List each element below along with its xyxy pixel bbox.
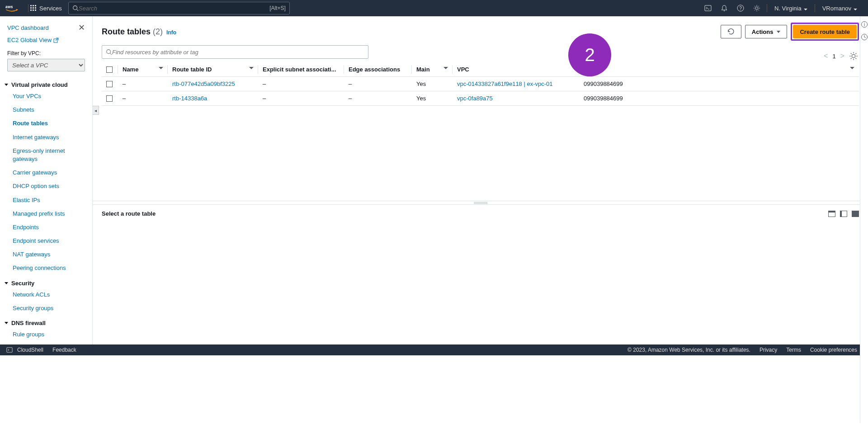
- help-icon[interactable]: ?: [732, 5, 749, 12]
- create-route-table-button[interactable]: Create route table: [793, 25, 857, 38]
- detail-resize-handle[interactable]: [93, 201, 868, 204]
- info-icon[interactable]: i: [861, 21, 868, 28]
- vpc-filter-select[interactable]: Select a VPC: [7, 59, 85, 71]
- select-all-checkbox[interactable]: [106, 66, 113, 73]
- global-search[interactable]: [Alt+S]: [68, 2, 290, 14]
- account-menu[interactable]: VRomanov: [817, 5, 863, 12]
- vpc-dashboard-link[interactable]: VPC dashboard: [7, 24, 49, 31]
- svg-rect-12: [705, 5, 711, 11]
- services-menu[interactable]: Services: [30, 5, 62, 12]
- pager-next[interactable]: >: [840, 52, 844, 60]
- sidebar-item-dhcp[interactable]: DHCP option sets: [0, 179, 92, 193]
- settings-icon[interactable]: [749, 5, 765, 12]
- refresh-icon: [727, 28, 735, 35]
- svg-text:i: i: [863, 22, 864, 27]
- cell-owner: 099039884699: [579, 77, 859, 91]
- ec2-global-view-link[interactable]: EC2 Global View: [7, 37, 52, 43]
- sidebar-item-carrier-gateways[interactable]: Carrier gateways: [0, 166, 92, 179]
- table-search-input[interactable]: [112, 49, 364, 56]
- sidebar-item-your-vpcs[interactable]: Your VPCs: [0, 90, 92, 103]
- col-main[interactable]: Main: [412, 62, 453, 77]
- sidebar-item-domain-lists[interactable]: Domain lists: [0, 341, 92, 344]
- sort-icon: [249, 67, 254, 69]
- sidebar-item-internet-gateways[interactable]: Internet gateways: [0, 131, 92, 144]
- section-dns-firewall[interactable]: DNS firewall: [0, 315, 92, 328]
- svg-point-14: [724, 10, 725, 11]
- sort-icon: [850, 67, 854, 69]
- annotation-badge-2: 2: [568, 33, 611, 76]
- section-security[interactable]: Security: [0, 275, 92, 288]
- svg-rect-1: [30, 5, 32, 6]
- row-checkbox[interactable]: [106, 81, 113, 87]
- refresh-button[interactable]: [721, 25, 741, 38]
- pager-current: 1: [832, 53, 835, 60]
- svg-point-17: [755, 7, 758, 9]
- cell-rtid: rtb-077e42d5a09bf3225: [168, 77, 258, 91]
- feedback-link[interactable]: Feedback: [52, 347, 76, 353]
- sidebar: VPC dashboard ✕ EC2 Global View Filter b…: [0, 16, 93, 344]
- sidebar-item-egress-only[interactable]: Egress-only internet gateways: [0, 144, 92, 166]
- col-edge[interactable]: Edge associations: [344, 62, 412, 77]
- svg-rect-9: [35, 9, 36, 11]
- close-sidebar-icon[interactable]: ✕: [78, 23, 85, 33]
- col-explicit[interactable]: Explicit subnet associati...: [258, 62, 344, 77]
- sort-icon: [443, 67, 448, 69]
- sidebar-item-peering[interactable]: Peering connections: [0, 261, 92, 275]
- detail-placeholder-message: Select a route table: [102, 210, 156, 217]
- layout-side-icon[interactable]: [840, 211, 847, 217]
- cell-main: Yes: [412, 91, 453, 106]
- main-content: ◂ Route tables (2) Info Actions Create r…: [93, 16, 868, 344]
- table-row[interactable]: – rtb-14338a6a – – Yes vpc-0fa89a75 0990…: [102, 91, 859, 106]
- sidebar-item-security-groups[interactable]: Security groups: [0, 302, 92, 315]
- search-shortcut-hint: [Alt+S]: [269, 5, 286, 11]
- cloudshell-icon[interactable]: [700, 5, 716, 12]
- history-icon[interactable]: [861, 33, 868, 41]
- sidebar-item-endpoints[interactable]: Endpoints: [0, 221, 92, 234]
- svg-rect-22: [7, 348, 12, 353]
- sidebar-item-network-acls[interactable]: Network ACLs: [0, 288, 92, 302]
- col-vpc[interactable]: VPC: [453, 62, 579, 77]
- cloudshell-link[interactable]: CloudShell: [17, 347, 43, 353]
- sidebar-item-subnets[interactable]: Subnets: [0, 103, 92, 117]
- svg-rect-3: [35, 5, 36, 6]
- terms-link[interactable]: Terms: [786, 347, 801, 353]
- actions-button[interactable]: Actions: [745, 25, 788, 38]
- caret-down-icon: [804, 9, 807, 10]
- region-selector[interactable]: N. Virginia: [769, 5, 813, 12]
- global-search-input[interactable]: [79, 5, 266, 12]
- info-link[interactable]: Info: [166, 29, 176, 36]
- table-row[interactable]: – rtb-077e42d5a09bf3225 – – Yes vpc-0143…: [102, 77, 859, 91]
- sidebar-item-managed-prefix[interactable]: Managed prefix lists: [0, 207, 92, 221]
- cell-name: –: [118, 91, 168, 106]
- col-owner[interactable]: Owner: [579, 62, 859, 77]
- sidebar-item-route-tables[interactable]: Route tables: [0, 117, 92, 130]
- sidebar-item-rule-groups[interactable]: Rule groups: [0, 328, 92, 341]
- privacy-link[interactable]: Privacy: [760, 347, 777, 353]
- svg-text:?: ?: [739, 6, 742, 11]
- sidebar-item-elastic-ips[interactable]: Elastic IPs: [0, 193, 92, 207]
- cloudshell-icon[interactable]: [6, 347, 13, 353]
- aws-logo[interactable]: aws: [5, 5, 18, 12]
- sidebar-item-nat-gateways[interactable]: NAT gateways: [0, 248, 92, 261]
- cookie-preferences-link[interactable]: Cookie preferences: [810, 347, 857, 353]
- notifications-icon[interactable]: [716, 5, 732, 12]
- row-checkbox[interactable]: [106, 95, 113, 102]
- cell-explicit: –: [258, 91, 344, 106]
- collapse-handle[interactable]: ◂: [93, 106, 99, 115]
- collapse-triangle-icon: [5, 84, 8, 86]
- collapse-triangle-icon: [5, 322, 8, 324]
- table-settings-icon[interactable]: [849, 52, 858, 61]
- section-virtual-private-cloud[interactable]: Virtual private cloud: [0, 77, 92, 90]
- col-name[interactable]: Name: [118, 62, 168, 77]
- table-search[interactable]: [102, 45, 368, 59]
- svg-rect-4: [30, 7, 32, 9]
- layout-full-icon[interactable]: [852, 211, 859, 217]
- cell-edge: –: [344, 77, 412, 91]
- services-label: Services: [39, 5, 62, 12]
- layout-bottom-icon[interactable]: [828, 211, 835, 217]
- pager-prev[interactable]: <: [824, 52, 828, 60]
- col-route-table-id[interactable]: Route table ID: [168, 62, 258, 77]
- sidebar-item-endpoint-services[interactable]: Endpoint services: [0, 234, 92, 248]
- caret-down-icon: [777, 31, 780, 33]
- detail-pane: Select a route table: [93, 204, 868, 344]
